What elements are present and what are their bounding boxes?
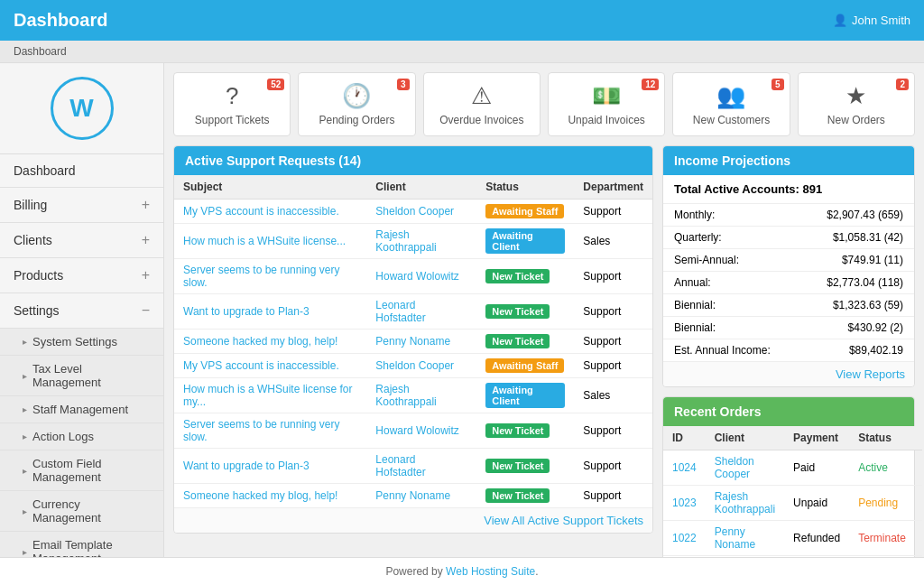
stat-new-customers[interactable]: 5 👥 New Customers	[672, 72, 790, 136]
overdue-invoices-icon: ⚠	[433, 82, 531, 110]
income-label: Biennial:	[674, 299, 716, 311]
new-customers-label: New Customers	[682, 114, 780, 126]
stat-new-orders[interactable]: 2 ★ New Orders	[798, 72, 915, 136]
col-client: Client	[366, 175, 476, 200]
order-id-link[interactable]: 1023	[672, 497, 697, 509]
subject-cell: How much is a WHSuite license for my...	[174, 378, 366, 413]
new-customers-icon: 👥	[682, 82, 780, 110]
stat-pending-orders[interactable]: 3 🕐 Pending Orders	[298, 72, 415, 136]
sidebar-item-products[interactable]: Products +	[0, 258, 163, 293]
client-link[interactable]: Sheldon Cooper	[375, 205, 454, 218]
subject-link[interactable]: Server seems to be running very slow.	[183, 418, 339, 443]
orders-col-client: Client	[706, 426, 784, 450]
client-cell: Rajesh Koothrappali	[366, 378, 476, 413]
client-cell: Leonard Hofstadter	[366, 449, 476, 484]
subject-link[interactable]: Someone hacked my blog, help!	[183, 335, 337, 348]
department-cell: Support	[574, 484, 652, 508]
client-link[interactable]: Rajesh Koothrappali	[375, 228, 436, 254]
income-total: Total Active Accounts: 891	[663, 175, 914, 204]
col-right: Income Projections Total Active Accounts…	[662, 145, 915, 557]
sidebar-sub-currency[interactable]: Currency Management	[0, 491, 163, 532]
stat-support-tickets[interactable]: 52 ? Support Tickets	[173, 72, 291, 136]
view-all-support-link[interactable]: View All Active Support Tickets	[484, 514, 643, 527]
col-left: Active Support Requests (14) Subject Cli…	[173, 145, 653, 557]
sidebar-item-clients[interactable]: Clients +	[0, 223, 163, 258]
unpaid-invoices-icon: 💵	[558, 82, 655, 110]
unpaid-invoices-badge: 12	[642, 79, 659, 90]
view-reports-link[interactable]: View Reports	[836, 367, 905, 381]
subject-cell: My VPS account is inaccessible.	[174, 354, 366, 378]
order-payment-cell: Refunded	[784, 521, 849, 556]
subject-link[interactable]: My VPS account is inaccessible.	[183, 205, 339, 218]
billing-expand-icon: +	[142, 197, 150, 213]
sidebar-sub-email-templates[interactable]: Email Template Management	[0, 532, 163, 557]
footer: Powered by Web Hosting Suite.	[0, 557, 924, 585]
income-row: Biennial:$430.92 (2)	[663, 317, 914, 339]
sidebar-sub-system-settings[interactable]: System Settings	[0, 329, 163, 356]
stat-overdue-invoices[interactable]: ⚠ Overdue Invoices	[423, 72, 541, 136]
status-badge: New Ticket	[485, 488, 550, 503]
stats-row: 52 ? Support Tickets 3 🕐 Pending Orders …	[173, 72, 915, 136]
income-row: Annual:$2,773.04 (118)	[663, 272, 914, 294]
sidebar-sub-staff[interactable]: Staff Management	[0, 396, 163, 423]
income-value: $430.92 (2)	[848, 321, 903, 334]
client-link[interactable]: Leonard Hofstadter	[375, 299, 425, 324]
subject-link[interactable]: Someone hacked my blog, help!	[183, 489, 337, 502]
unpaid-invoices-label: Unpaid Invoices	[558, 114, 655, 126]
sidebar-item-dashboard[interactable]: Dashboard	[0, 154, 163, 188]
clients-expand-icon: +	[142, 232, 150, 248]
new-orders-label: New Orders	[808, 114, 905, 126]
order-status-cell: Terminate	[849, 521, 922, 556]
recent-orders-table: ID Client Payment Status 1024 Sheldon Co…	[663, 426, 922, 557]
order-client-link[interactable]: Sheldon Cooper	[715, 455, 754, 480]
orders-col-payment: Payment	[784, 426, 849, 450]
order-client-cell: Penny Noname	[706, 521, 784, 556]
recent-orders-panel: Recent Orders ID Client Payment Status	[662, 396, 915, 557]
sidebar-sub-custom-fields[interactable]: Custom Field Management	[0, 450, 163, 491]
status-badge: New Ticket	[485, 269, 550, 283]
client-link[interactable]: Penny Noname	[375, 489, 450, 502]
client-cell: Penny Noname	[366, 484, 476, 508]
footer-link[interactable]: Web Hosting Suite	[446, 565, 535, 578]
subject-link[interactable]: How much is a WHSuite license for my...	[183, 383, 352, 408]
order-id-link[interactable]: 1022	[672, 532, 697, 544]
income-value: $89,402.19	[849, 344, 903, 357]
client-link[interactable]: Penny Noname	[375, 335, 450, 348]
table-row: Want to upgrade to Plan-3 Leonard Hofsta…	[174, 449, 652, 484]
department-cell: Sales	[574, 378, 652, 413]
client-link[interactable]: Howard Wolowitz	[375, 270, 458, 283]
department-cell: Support	[574, 449, 652, 484]
new-customers-badge: 5	[772, 79, 784, 90]
client-link[interactable]: Sheldon Cooper	[375, 359, 454, 372]
subject-link[interactable]: Want to upgrade to Plan-3	[183, 460, 310, 472]
sidebar-sub-tax[interactable]: Tax Level Management	[0, 356, 163, 396]
table-row: 1024 Sheldon Cooper Paid Active	[663, 450, 922, 486]
income-label: Est. Annual Income:	[674, 344, 771, 357]
subject-link[interactable]: How much is a WHSuite license...	[183, 235, 346, 247]
user-menu[interactable]: 👤 John Smith	[833, 14, 910, 27]
client-link[interactable]: Rajesh Koothrappali	[375, 383, 436, 408]
status-badge: Awaiting Client	[485, 383, 565, 408]
sidebar-item-settings[interactable]: Settings −	[0, 293, 163, 329]
pending-orders-badge: 3	[397, 79, 410, 90]
new-orders-icon: ★	[808, 82, 905, 110]
stat-unpaid-invoices[interactable]: 12 💵 Unpaid Invoices	[548, 72, 665, 136]
order-id-link[interactable]: 1024	[672, 461, 697, 474]
client-link[interactable]: Leonard Hofstadter	[375, 453, 425, 478]
department-cell: Support	[574, 330, 652, 354]
department-cell: Sales	[574, 224, 652, 259]
subject-link[interactable]: My VPS account is inaccessible.	[183, 359, 339, 372]
pending-orders-icon: 🕐	[308, 82, 405, 110]
client-link[interactable]: Howard Wolowitz	[375, 424, 458, 437]
orders-col-id: ID	[663, 426, 706, 450]
subject-cell: My VPS account is inaccessible.	[174, 200, 366, 224]
subject-link[interactable]: Want to upgrade to Plan-3	[183, 305, 310, 318]
sidebar-sub-action-logs[interactable]: Action Logs	[0, 423, 163, 450]
client-cell: Howard Wolowitz	[366, 413, 476, 449]
status-cell: New Ticket	[476, 294, 574, 330]
income-value: $1,323.63 (59)	[833, 299, 903, 311]
order-client-link[interactable]: Rajesh Koothrappali	[715, 490, 775, 515]
subject-link[interactable]: Server seems to be running very slow.	[183, 264, 339, 289]
order-client-link[interactable]: Penny Noname	[715, 525, 755, 551]
sidebar-item-billing[interactable]: Billing +	[0, 188, 163, 223]
